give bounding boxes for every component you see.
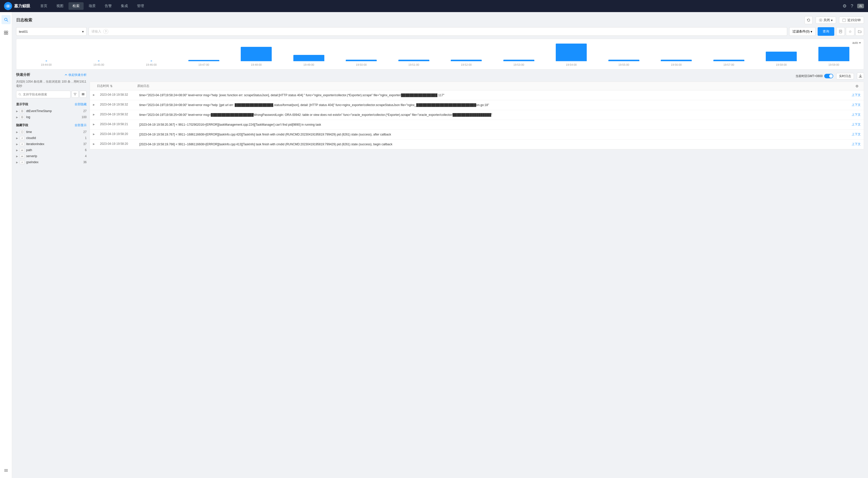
qa-collapse-label: 收起快速分析	[68, 73, 87, 77]
row-expand-icon[interactable]: ▶	[93, 113, 97, 116]
search-help-icon[interactable]: ?	[103, 29, 108, 34]
folder-button[interactable]	[856, 27, 864, 36]
chart-bar[interactable]	[346, 60, 377, 61]
user-avatar[interactable]: Ai	[857, 4, 864, 8]
hidden-field-item[interactable]: ▶ # cloudId 1	[16, 135, 87, 141]
display-field-item[interactable]: ▶ log 100	[16, 114, 87, 120]
hidden-field-item[interactable]: ▶ # gseIndex 36	[16, 159, 87, 165]
hidden-fields-list: ▶ time 27 ▶ # cloudId 1 ▶ # iterationInd…	[16, 129, 87, 165]
hidden-fields-section: 隐藏字段 全部显示 ▶ time 27 ▶ # cloudId 1 ▶ # it…	[16, 123, 87, 165]
time-display[interactable]: 近15分钟	[839, 17, 864, 24]
filter-button[interactable]: 过滤条件(0) ▾	[789, 27, 816, 36]
sidebar-menu-icon[interactable]	[1, 466, 10, 475]
chart-area: auto ▾ 19:44:0019:45:0019:46:0019:47:001…	[16, 39, 864, 69]
chart-bar[interactable]	[713, 60, 744, 61]
table-row: ▶ 2023-04-19 19:58:21 [2023-04-19 19:58:…	[90, 120, 864, 130]
row-expand-icon[interactable]: ▶	[93, 93, 97, 96]
hidden-field-item[interactable]: ▶ time 27	[16, 129, 87, 135]
row-context-link[interactable]: 上下文	[851, 113, 861, 117]
row-context-link[interactable]: 上下文	[851, 103, 861, 107]
nav-scene[interactable]: 场景	[85, 2, 100, 10]
chart-bar-group	[440, 60, 492, 61]
chart-bar[interactable]	[609, 60, 639, 61]
display-field-item[interactable]: ▶ dtEventTimeStamp 27	[16, 108, 87, 114]
chart-bar[interactable]	[556, 43, 587, 61]
chart-bar-group	[755, 52, 807, 61]
hidden-field-item[interactable]: ▶ # iterationIndex 37	[16, 141, 87, 147]
hidden-field-item[interactable]: ▶ str serverIp 4	[16, 153, 87, 159]
row-context-link[interactable]: 上下文	[851, 122, 861, 127]
field-type-badge: str	[20, 148, 25, 152]
qa-search-input[interactable]	[23, 93, 68, 96]
row-content: [2023-04-19 19:58:19.767] < 9911--168611…	[139, 132, 848, 137]
qa-search[interactable]	[16, 91, 70, 98]
chart-bar[interactable]	[818, 47, 849, 61]
chart-bar-group	[283, 55, 335, 61]
nav-integration[interactable]: 集成	[117, 2, 132, 10]
field-count-label: 37	[83, 142, 87, 146]
logo: 嘉力鲸眼	[4, 2, 30, 10]
close-button[interactable]: 关闭 ▾	[816, 17, 836, 24]
row-context-link[interactable]: 上下文	[851, 93, 861, 97]
qa-collapse-button[interactable]: 收起快速分析	[64, 73, 87, 77]
log-results-right: 当前时区GMT+0800 实时日志	[796, 72, 864, 80]
qa-filter-button[interactable]	[71, 91, 79, 98]
chart-bar[interactable]	[451, 60, 482, 61]
nav-alert[interactable]: 告警	[101, 2, 116, 10]
sidebar-grid-icon[interactable]	[1, 28, 10, 37]
nav-view[interactable]: 视图	[52, 2, 67, 10]
chart-bar[interactable]	[398, 60, 429, 61]
col-settings[interactable]: ⚙	[853, 84, 861, 88]
hide-all-button[interactable]: 全部隐藏	[74, 102, 87, 107]
row-expand-icon[interactable]: ▶	[93, 142, 97, 145]
chart-bar[interactable]	[766, 52, 797, 61]
chart-labels: 19:44:0019:45:0019:46:0019:47:0019:48:00…	[21, 63, 860, 66]
col-settings-icon[interactable]: ⚙	[856, 84, 859, 88]
row-content: [2023-04-19 19:58:19.766] < 9911--168611…	[139, 142, 848, 147]
settings-icon[interactable]: ⚙	[843, 3, 846, 9]
star-button[interactable]: ☆	[846, 27, 855, 36]
chart-bar[interactable]	[503, 60, 534, 61]
chart-bar[interactable]	[188, 60, 219, 61]
page-title: 日志检索	[16, 18, 32, 23]
sort-icon[interactable]: ⇅	[110, 84, 113, 88]
nav-admin[interactable]: 管理	[133, 2, 148, 10]
auto-chevron-icon: ▾	[859, 41, 861, 44]
nav-home[interactable]: 首页	[36, 2, 51, 10]
download-button[interactable]	[857, 72, 864, 80]
timezone-toggle[interactable]	[824, 74, 833, 78]
row-context-link[interactable]: 上下文	[851, 142, 861, 146]
query-button[interactable]: 查询	[818, 27, 834, 36]
field-name-label: cloudId	[26, 136, 85, 140]
chart-bar[interactable]	[293, 55, 324, 61]
row-expand-icon[interactable]: ▶	[93, 122, 97, 126]
hidden-field-item[interactable]: ▶ str path 6	[16, 147, 87, 153]
qa-layout-button[interactable]	[80, 91, 87, 98]
realtime-button[interactable]: 实时日志	[836, 73, 854, 79]
log-results: 当前时区GMT+0800 实时日志	[90, 72, 864, 168]
row-expand-icon[interactable]: ▶	[93, 103, 97, 106]
display-fields-list: ▶ dtEventTimeStamp 27 ▶ log 100	[16, 108, 87, 120]
nav-search[interactable]: 检索	[68, 2, 84, 10]
save-query-button[interactable]	[836, 27, 845, 36]
field-count-label: 36	[83, 160, 87, 164]
svg-point-32	[21, 131, 23, 133]
show-all-button[interactable]: 全部显示	[74, 123, 87, 127]
sidebar-search-icon[interactable]	[1, 15, 10, 24]
svg-rect-7	[6, 33, 8, 34]
row-expand-icon[interactable]: ▶	[93, 132, 97, 136]
chart-bar[interactable]	[661, 60, 692, 61]
search-input-container[interactable]: 请输入 ?	[89, 27, 787, 36]
field-type-badge	[20, 109, 25, 113]
chart-time-label: 19:59:00	[808, 63, 860, 66]
field-count-label: 27	[83, 109, 87, 113]
help-icon[interactable]: ?	[850, 3, 853, 9]
chart-bar[interactable]	[241, 47, 272, 61]
col-time-label: 日志时间	[97, 84, 109, 88]
refresh-button[interactable]	[805, 16, 813, 24]
chart-auto-select[interactable]: auto ▾	[852, 41, 861, 44]
field-count-label: 6	[85, 148, 87, 152]
row-context-link[interactable]: 上下文	[851, 132, 861, 137]
field-expand-icon: ▶	[16, 110, 20, 113]
index-select[interactable]: test01 ▾	[16, 27, 87, 36]
